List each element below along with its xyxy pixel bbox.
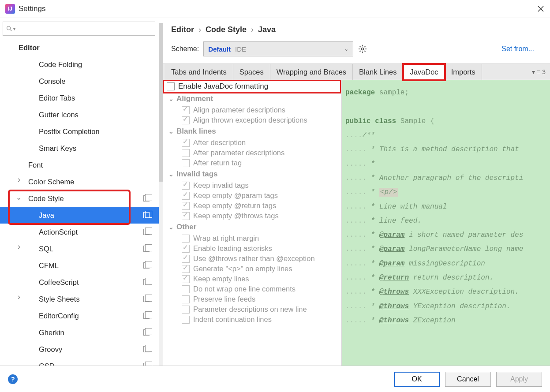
sidebar-item-cfml[interactable]: CFML xyxy=(0,257,163,274)
option-after-parameter-descriptions[interactable]: After parameter descriptions xyxy=(163,148,341,158)
chevron-down-icon: ⌄ xyxy=(168,95,174,102)
section-blank-lines[interactable]: ⌄Blank lines xyxy=(163,125,341,138)
sidebar-item-console[interactable]: Console xyxy=(0,73,163,90)
option-keep-empty-return-tags[interactable]: Keep empty @return tags xyxy=(163,201,341,211)
sidebar-item-editor[interactable]: Editor xyxy=(0,39,163,56)
tab-imports[interactable]: Imports xyxy=(445,64,482,80)
checkbox-icon[interactable] xyxy=(182,245,190,253)
checkbox-icon[interactable] xyxy=(182,182,190,190)
option-keep-empty-lines[interactable]: Keep empty lines xyxy=(163,274,341,284)
option-align-thrown-exception-descriptions[interactable]: Align thrown exception descriptions xyxy=(163,115,341,125)
enable-javadoc-formatting[interactable]: Enable JavaDoc formatting xyxy=(163,80,341,93)
checkbox-icon[interactable] xyxy=(182,255,190,263)
apply-button: Apply xyxy=(496,372,542,387)
checkbox-icon[interactable] xyxy=(182,212,190,220)
copy-icon xyxy=(143,195,150,202)
sidebar-item-java[interactable]: Java xyxy=(0,207,163,224)
option-indent-continuation-lines[interactable]: Indent continuation lines xyxy=(163,314,341,325)
tabs-overflow[interactable]: ▾ ≡3 xyxy=(532,64,550,80)
scrollbar-thumb[interactable] xyxy=(159,23,163,182)
tab-tabs-and-indents[interactable]: Tabs and Indents xyxy=(165,64,233,80)
sidebar-item-label: ActionScript xyxy=(39,228,143,236)
option-align-parameter-descriptions[interactable]: Align parameter descriptions xyxy=(163,105,341,115)
checkbox-icon[interactable] xyxy=(182,106,190,114)
set-from-link[interactable]: Set from... xyxy=(501,45,542,53)
option-after-description[interactable]: After description xyxy=(163,138,341,148)
option-keep-empty-param-tags[interactable]: Keep empty @param tags xyxy=(163,190,341,201)
option-do-not-wrap-one-line-comments[interactable]: Do not wrap one line comments xyxy=(163,284,341,294)
chevron-down-icon[interactable]: ▾ xyxy=(13,26,15,31)
checkbox-icon[interactable] xyxy=(182,192,190,200)
section-title: Alignment xyxy=(176,94,213,103)
option-enable-leading-asterisks[interactable]: Enable leading asterisks xyxy=(163,243,341,254)
section-alignment[interactable]: ⌄Alignment xyxy=(163,93,341,105)
scheme-name: Default xyxy=(208,45,231,53)
tab-blank-lines[interactable]: Blank Lines xyxy=(353,64,403,80)
checkbox-icon[interactable] xyxy=(182,202,190,210)
sidebar-item-color-scheme[interactable]: Color Scheme xyxy=(0,173,163,190)
copy-icon xyxy=(143,346,150,352)
sidebar-item-style-sheets[interactable]: Style Sheets xyxy=(0,291,163,307)
sidebar-item-code-folding[interactable]: Code Folding xyxy=(0,56,163,73)
sidebar-item-sql[interactable]: SQL xyxy=(0,240,163,257)
checkbox-icon[interactable] xyxy=(182,306,190,314)
option-label: Preserve line feeds xyxy=(193,295,255,303)
option-keep-invalid-tags[interactable]: Keep invalid tags xyxy=(163,180,341,190)
tab-spaces[interactable]: Spaces xyxy=(233,64,270,80)
checkbox-icon[interactable] xyxy=(167,82,175,90)
sidebar-item-coffeescript[interactable]: CoffeeScript xyxy=(0,274,163,291)
option-parameter-descriptions-on-new-line[interactable]: Parameter descriptions on new line xyxy=(163,304,341,314)
checkbox-icon[interactable] xyxy=(182,116,190,124)
option-generate-p-on-empty-lines[interactable]: Generate "<p>" on empty lines xyxy=(163,264,341,274)
tab-javadoc[interactable]: JavaDoc xyxy=(403,64,445,80)
checkbox-icon[interactable] xyxy=(182,316,190,324)
checkbox-icon[interactable] xyxy=(182,235,190,243)
option-label: Use @throws rather than @exception xyxy=(193,254,315,263)
sidebar-item-actionscript[interactable]: ActionScript xyxy=(0,224,163,240)
content-area: Editor › Code Style › Java Scheme: Defau… xyxy=(163,18,550,366)
checkbox-icon[interactable] xyxy=(182,139,190,147)
option-use-throws-rather-than-exception[interactable]: Use @throws rather than @exception xyxy=(163,254,341,264)
close-icon[interactable] xyxy=(537,5,545,13)
option-label: After return tag xyxy=(193,159,242,167)
sidebar-item-label: SQL xyxy=(39,245,143,253)
sidebar-item-gsp[interactable]: GSP xyxy=(0,358,163,366)
section-invalid-tags[interactable]: ⌄Invalid tags xyxy=(163,168,341,180)
sidebar-item-font[interactable]: Font xyxy=(0,157,163,173)
checkbox-icon[interactable] xyxy=(182,149,190,157)
scheme-select[interactable]: Default IDE ⌄ xyxy=(203,41,353,56)
sidebar-item-gherkin[interactable]: Gherkin xyxy=(0,324,163,341)
tab-wrapping-and-braces[interactable]: Wrapping and Braces xyxy=(270,64,353,80)
option-label: After parameter descriptions xyxy=(193,149,284,157)
search-input[interactable]: ▾ xyxy=(3,22,155,36)
app-icon: IJ xyxy=(5,4,15,14)
sidebar-item-smart-keys[interactable]: Smart Keys xyxy=(0,140,163,157)
option-preserve-line-feeds[interactable]: Preserve line feeds xyxy=(163,294,341,304)
cancel-button[interactable]: Cancel xyxy=(445,372,491,387)
option-keep-empty-throws-tags[interactable]: Keep empty @throws tags xyxy=(163,211,341,221)
checkbox-icon[interactable] xyxy=(182,295,190,303)
sidebar-item-code-style[interactable]: Code Style xyxy=(0,190,163,207)
breadcrumb-codestyle[interactable]: Code Style xyxy=(206,25,247,34)
sidebar-item-postfix-completion[interactable]: Postfix Completion xyxy=(0,123,163,140)
footer: ? OK Cancel Apply xyxy=(0,366,550,392)
sidebar-item-label: Editor Tabs xyxy=(39,94,163,102)
sidebar-item-gutter-icons[interactable]: Gutter Icons xyxy=(0,106,163,123)
gear-icon[interactable] xyxy=(358,44,367,54)
enable-label: Enable JavaDoc formatting xyxy=(178,82,268,91)
sidebar-item-groovy[interactable]: Groovy xyxy=(0,341,163,358)
section-other[interactable]: ⌄Other xyxy=(163,221,341,233)
option-wrap-at-right-margin[interactable]: Wrap at right margin xyxy=(163,233,341,243)
checkbox-icon[interactable] xyxy=(182,275,190,283)
section-title: Blank lines xyxy=(176,127,216,136)
checkbox-icon[interactable] xyxy=(182,265,190,273)
breadcrumb-editor[interactable]: Editor xyxy=(171,25,194,34)
sidebar-item-editor-tabs[interactable]: Editor Tabs xyxy=(0,90,163,106)
ok-button[interactable]: OK xyxy=(394,372,440,387)
checkbox-icon[interactable] xyxy=(182,159,190,167)
sidebar-item-editorconfig[interactable]: EditorConfig xyxy=(0,307,163,324)
help-icon[interactable]: ? xyxy=(8,374,18,384)
option-after-return-tag[interactable]: After return tag xyxy=(163,158,341,168)
search-icon xyxy=(6,25,13,32)
checkbox-icon[interactable] xyxy=(182,285,190,293)
